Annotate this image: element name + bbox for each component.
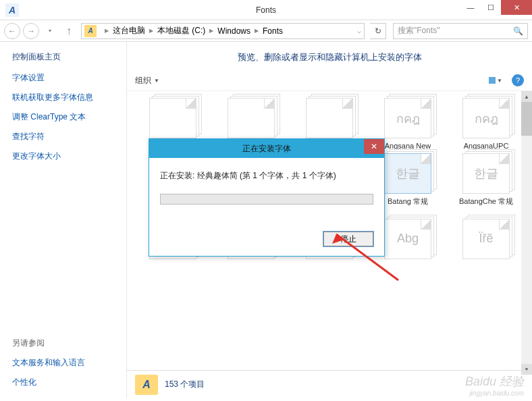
scrollbar-thumb[interactable] (521, 102, 532, 136)
page-title: 预览、删除或者显示和隐藏计算机上安装的字体 (127, 42, 532, 70)
dialog-message: 正在安装: 经典趣体简 (第 1 个字体，共 1 个字体) (160, 170, 373, 182)
chevron-right-icon: ▶ (149, 28, 153, 34)
install-font-dialog: 正在安装字体 ✕ 正在安装: 经典趣体简 (第 1 个字体，共 1 个字体) 停… (149, 138, 385, 257)
sidebar-link-online-fonts[interactable]: 联机获取更多字体信息 (12, 92, 114, 103)
font-thumb: 한글 (384, 153, 431, 194)
font-thumb: Abg (384, 219, 431, 259)
sidebar-link-font-size[interactable]: 更改字体大小 (12, 151, 114, 162)
font-label: BatangChe 常规 (459, 196, 513, 206)
sidebar-link-find-char[interactable]: 查找字符 (12, 131, 114, 142)
font-thumb (149, 98, 196, 138)
font-item[interactable]: 한글BatangChe 常规 (450, 153, 523, 216)
refresh-button[interactable]: ↻ (370, 23, 386, 39)
history-dropdown[interactable]: ▾ (42, 23, 58, 39)
help-button[interactable]: ? (512, 74, 524, 86)
dialog-close-button[interactable]: ✕ (364, 139, 384, 154)
window-title: Fonts (256, 5, 276, 15)
sidebar-link-text-services[interactable]: 文本服务和输入语言 (12, 357, 114, 369)
font-thumb (228, 98, 275, 138)
chevron-right-icon: ▶ (209, 28, 213, 34)
folder-icon: A (84, 25, 97, 37)
font-label: AngsanaUPC (464, 141, 509, 151)
sidebar: 控制面板主页 字体设置 联机获取更多字体信息 调整 ClearType 文本 查… (0, 42, 126, 398)
search-input[interactable]: 搜索"Fonts" 🔍 (393, 23, 528, 39)
chevron-down-icon: ▼ (154, 78, 159, 84)
stop-button[interactable]: 停止 (323, 232, 373, 246)
sidebar-header: 控制面板主页 (12, 51, 114, 63)
font-thumb: 한글 (462, 153, 510, 194)
sidebar-link-cleartype[interactable]: 调整 ClearType 文本 (12, 111, 114, 123)
dialog-title: 正在安装字体 (242, 143, 291, 155)
sidebar-link-personalize[interactable]: 个性化 (12, 377, 114, 388)
watermark: Baidu 经验 jingyan.baidu.com (465, 373, 524, 397)
scroll-up-button[interactable]: ▲ (521, 91, 532, 102)
up-button[interactable]: ↑ (62, 24, 76, 38)
breadcrumb-segment[interactable]: Windows (217, 26, 250, 36)
folder-status-icon: A (135, 375, 158, 395)
window-controls: — ☐ ✕ (460, 0, 532, 15)
window-titlebar: A Fonts — ☐ ✕ (0, 0, 532, 20)
breadcrumb[interactable]: A ▶ 这台电脑 ▶ 本地磁盘 (C:) ▶ Windows ▶ Fonts ⌵ (81, 23, 365, 39)
font-thumb: กคฎ (384, 98, 431, 138)
view-mode-button[interactable]: ▼ (489, 77, 502, 84)
vertical-scrollbar[interactable]: ▲ ▼ (521, 91, 532, 375)
breadcrumb-dropdown[interactable]: ⌵ (357, 27, 361, 34)
minimize-button[interactable]: — (460, 0, 481, 15)
breadcrumb-segment[interactable]: 这台电脑 (113, 25, 145, 36)
search-icon: 🔍 (513, 26, 523, 36)
organize-menu[interactable]: 组织 ▼ (135, 75, 159, 86)
close-button[interactable]: ✕ (501, 0, 532, 15)
font-thumb: กคฎ (462, 98, 510, 138)
maximize-button[interactable]: ☐ (481, 0, 501, 15)
font-item[interactable]: กคฎAngsanaUPC (450, 98, 523, 151)
breadcrumb-segment[interactable]: 本地磁盘 (C:) (157, 25, 205, 36)
navigation-bar: ← → ▾ ↑ A ▶ 这台电脑 ▶ 本地磁盘 (C:) ▶ Windows ▶… (0, 20, 532, 42)
font-thumb (306, 98, 353, 138)
search-placeholder: 搜索"Fonts" (398, 25, 513, 36)
sidebar-also-header: 另请参阅 (12, 338, 114, 349)
toolbar: 组织 ▼ ▼ ? (127, 70, 532, 91)
font-label: Batang 常规 (388, 196, 428, 206)
item-count: 153 个项目 (165, 379, 205, 390)
dialog-titlebar[interactable]: 正在安装字体 ✕ (149, 139, 384, 158)
progress-bar (160, 194, 373, 205)
sidebar-link-font-settings[interactable]: 字体设置 (12, 72, 114, 84)
chevron-down-icon: ▼ (497, 78, 502, 84)
breadcrumb-segment[interactable]: Fonts (263, 26, 283, 36)
font-label: Angsana New (385, 141, 431, 151)
chevron-right-icon: ▶ (255, 28, 259, 34)
font-thumb: Ïřĕ (462, 219, 510, 259)
forward-button[interactable]: → (23, 23, 39, 39)
font-item[interactable]: Ïřĕ (450, 219, 523, 262)
chevron-right-icon: ▶ (105, 28, 109, 34)
app-icon: A (5, 3, 19, 17)
back-button[interactable]: ← (4, 23, 20, 39)
